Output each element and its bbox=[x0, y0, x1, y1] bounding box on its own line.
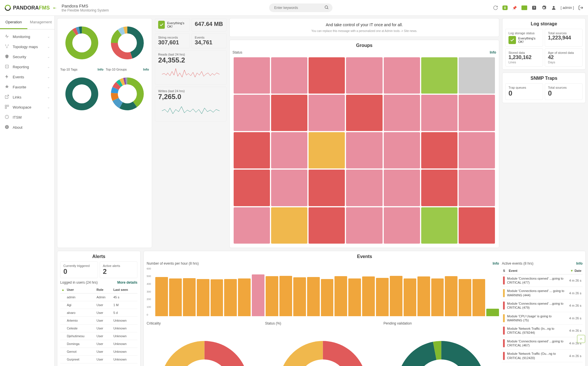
tab-management[interactable]: Management bbox=[27, 16, 55, 29]
table-row[interactable]: HelenaUserUnknown bbox=[60, 363, 137, 366]
event-row[interactable]: Module 'Connections opened' ...going to … bbox=[502, 299, 583, 312]
table-row[interactable]: GernotUserUnknown bbox=[60, 348, 137, 355]
sort-asc-icon[interactable]: ▲ bbox=[61, 288, 65, 291]
notification-badge[interactable]: 0 bbox=[502, 5, 508, 10]
events-info-link[interactable]: Info bbox=[493, 261, 499, 266]
scroll-top-button[interactable] bbox=[577, 335, 585, 343]
group-cell[interactable] bbox=[384, 207, 420, 244]
group-cell[interactable] bbox=[234, 170, 270, 206]
user-label[interactable]: [ admin ] bbox=[561, 6, 574, 10]
sidebar-item-about[interactable]: i About bbox=[0, 122, 54, 132]
group-cell[interactable] bbox=[271, 57, 307, 94]
table-row[interactable]: ArtemioUserUnknown bbox=[60, 316, 137, 324]
group-cell[interactable] bbox=[309, 132, 345, 168]
bar bbox=[404, 278, 416, 316]
sidebar-item-favorite[interactable]: Favorite ⌄ bbox=[0, 82, 54, 92]
th-last-seen[interactable]: Last seen bbox=[112, 286, 137, 293]
group-cell[interactable] bbox=[459, 132, 495, 168]
th-role[interactable]: Role bbox=[95, 286, 112, 293]
table-row[interactable]: GurpreetUserUnknown bbox=[60, 355, 137, 363]
group-cell[interactable] bbox=[271, 132, 307, 168]
alerts-card: Alerts Currently triggered 0 Active aler… bbox=[57, 251, 141, 366]
groups-info-link[interactable]: Info bbox=[490, 50, 496, 54]
group-cell[interactable] bbox=[459, 170, 495, 206]
th-severity[interactable]: S bbox=[503, 269, 509, 272]
reads-sparkline bbox=[158, 64, 223, 81]
group-cell[interactable] bbox=[384, 57, 420, 94]
help-icon[interactable]: ? bbox=[531, 5, 537, 11]
group-cell[interactable] bbox=[309, 95, 345, 131]
group-cell[interactable] bbox=[384, 132, 420, 168]
group-cell[interactable] bbox=[234, 207, 270, 244]
table-row[interactable]: CelesteUserUnknown bbox=[60, 324, 137, 332]
logout-icon[interactable] bbox=[578, 5, 584, 11]
top10-groups-info[interactable]: Info bbox=[143, 68, 149, 71]
th-user[interactable]: User bbox=[66, 286, 95, 293]
group-cell[interactable] bbox=[421, 207, 457, 244]
group-cell[interactable] bbox=[309, 170, 345, 206]
event-row[interactable]: Module 'Connections opened' ...going to … bbox=[502, 337, 583, 350]
group-cell[interactable] bbox=[421, 95, 457, 131]
user-icon[interactable] bbox=[551, 5, 557, 11]
table-row[interactable]: AgiUser1 M bbox=[60, 301, 137, 309]
group-cell[interactable] bbox=[384, 95, 420, 131]
pin-icon[interactable]: 📌 bbox=[512, 5, 517, 11]
group-cell[interactable] bbox=[459, 95, 495, 131]
table-row[interactable]: DjehutimesuUserUnknown bbox=[60, 332, 137, 340]
search-input[interactable] bbox=[269, 3, 332, 12]
sidebar-item-reporting[interactable]: Reporting ⌄ bbox=[0, 62, 54, 72]
group-cell[interactable] bbox=[234, 132, 270, 168]
logo[interactable]: PANDORAFMS bbox=[4, 4, 50, 11]
group-cell[interactable] bbox=[459, 57, 495, 94]
sidebar-item-workspace[interactable]: Workspace ⌄ bbox=[0, 102, 54, 112]
active-events-info-link[interactable]: Info bbox=[576, 261, 583, 266]
group-cell[interactable] bbox=[346, 170, 382, 206]
group-cell[interactable] bbox=[309, 57, 345, 94]
group-cell[interactable] bbox=[346, 95, 382, 131]
group-cell[interactable] bbox=[271, 170, 307, 206]
event-row[interactable]: Module 'Network Traffic (Ou...ng to CRIT… bbox=[502, 350, 583, 362]
sidebar-item-monitoring[interactable]: Monitoring ⌄ bbox=[0, 32, 54, 42]
sidebar-item-links[interactable]: Links ⌄ bbox=[0, 92, 54, 102]
group-cell[interactable] bbox=[271, 207, 307, 244]
top10-tags-info[interactable]: Info bbox=[98, 68, 103, 71]
th-date[interactable]: Date bbox=[574, 269, 581, 272]
sidebar-item-topology[interactable]: Topology maps ⌄ bbox=[0, 42, 54, 52]
refresh-icon[interactable] bbox=[493, 5, 498, 11]
group-cell[interactable] bbox=[346, 132, 382, 168]
sort-desc-icon[interactable]: ▼ bbox=[570, 269, 573, 272]
group-cell[interactable] bbox=[234, 57, 270, 94]
group-cell[interactable] bbox=[309, 207, 345, 244]
group-cell[interactable] bbox=[346, 207, 382, 244]
group-cell[interactable] bbox=[234, 95, 270, 131]
db-size-value: 647.64 MB bbox=[195, 21, 223, 27]
group-cell[interactable] bbox=[459, 207, 495, 244]
more-details-link[interactable]: More details bbox=[117, 280, 137, 285]
event-text: Module 'Connections opened' ...going to … bbox=[507, 339, 567, 348]
sidebar-item-label: Security bbox=[13, 55, 26, 59]
table-row[interactable]: adminAdmin45 s bbox=[60, 293, 137, 301]
group-cell[interactable] bbox=[421, 57, 457, 94]
sidebar-item-events[interactable]: Events ⌄ bbox=[0, 72, 54, 82]
sidebar-collapse-icon[interactable]: ⇤ bbox=[53, 6, 56, 10]
event-row[interactable]: Module 'Network Traffic (In...ng to CRIT… bbox=[502, 325, 583, 337]
tab-operation[interactable]: Operation bbox=[0, 16, 27, 29]
sidebar-item-label: Favorite bbox=[13, 85, 26, 89]
sidebar-item-security[interactable]: Security ⌄ bbox=[0, 52, 54, 62]
status-box-icon[interactable] bbox=[521, 5, 527, 11]
group-cell[interactable] bbox=[421, 170, 457, 206]
search-icon[interactable] bbox=[324, 5, 329, 11]
event-row[interactable]: Module 'CPU Usage' is going to WARNING (… bbox=[502, 312, 583, 325]
table-row[interactable]: DomingaUserUnknown bbox=[60, 340, 137, 348]
group-cell[interactable] bbox=[346, 57, 382, 94]
table-row[interactable]: alvaroUser5 d bbox=[60, 309, 137, 316]
log-stored-box: Stored data 1,230,162 Lines bbox=[505, 48, 543, 67]
th-event[interactable]: Event bbox=[509, 269, 570, 272]
gear-icon[interactable] bbox=[541, 5, 547, 11]
event-row[interactable]: Module 'Connections opened' ...going to … bbox=[502, 274, 583, 287]
group-cell[interactable] bbox=[421, 132, 457, 168]
group-cell[interactable] bbox=[384, 170, 420, 206]
event-row[interactable]: Module 'Connections opened' ... going to… bbox=[502, 287, 583, 299]
sidebar-item-itsm[interactable]: ITSM ⌄ bbox=[0, 112, 54, 122]
group-cell[interactable] bbox=[271, 95, 307, 131]
